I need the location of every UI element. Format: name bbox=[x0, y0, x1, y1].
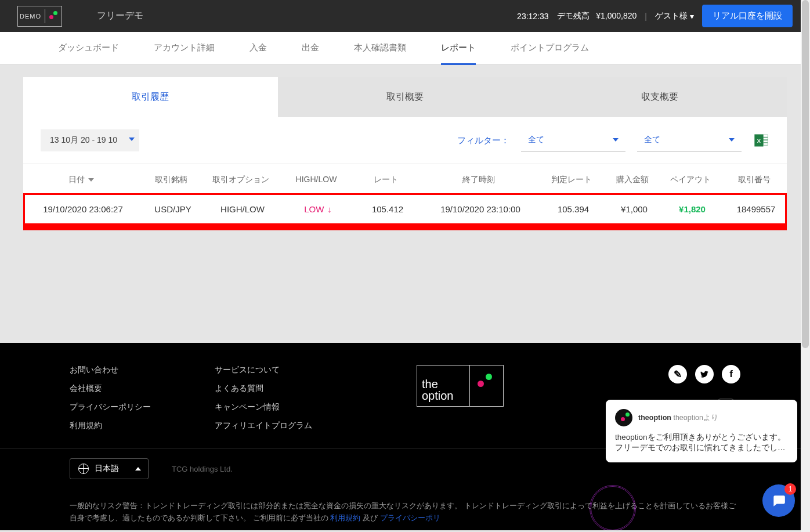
cell-stake: ¥1,000 bbox=[605, 204, 663, 214]
arrow-down-icon: ↓ bbox=[327, 204, 332, 214]
risk-disclaimer: 一般的なリスク警告：トレンドトレーディング取引には部分的または完全な資金の損失の… bbox=[0, 488, 810, 530]
chevron-up-icon bbox=[135, 467, 141, 471]
chevron-down-icon bbox=[129, 137, 135, 141]
brand-dot-green-icon bbox=[486, 374, 492, 380]
cell-payout: ¥1,820 bbox=[663, 204, 721, 214]
sort-desc-icon bbox=[88, 178, 94, 182]
cell-txid: 18499557 bbox=[721, 204, 791, 214]
chat-avatar-icon bbox=[615, 409, 632, 426]
filter-option-select[interactable]: 全て bbox=[637, 129, 742, 152]
th-option: 取引オプション bbox=[203, 175, 279, 185]
footer-link-privacy[interactable]: プライバシーポリシー bbox=[70, 402, 151, 412]
footer-link-affiliate[interactable]: アフィリエイトプログラム bbox=[215, 421, 312, 431]
chat-toast[interactable]: theoption theoptionより theoptionをご利用頂きありが… bbox=[606, 400, 797, 462]
th-close-rate: 判定レート bbox=[540, 175, 603, 185]
social-facebook-icon[interactable]: f bbox=[722, 365, 740, 383]
footer-link-faq[interactable]: よくある質問 bbox=[215, 383, 312, 394]
social-twitter-icon[interactable] bbox=[695, 365, 714, 383]
nav-deposit[interactable]: 入金 bbox=[249, 32, 267, 64]
th-date[interactable]: 日付 bbox=[23, 175, 139, 185]
brand-dots-icon bbox=[45, 9, 59, 23]
table-header-row: 日付 取引銘柄 取引オプション HIGH/LOW レート 終了時刻 判定レート … bbox=[23, 164, 787, 193]
chevron-down-icon bbox=[613, 138, 619, 142]
th-payout: ペイアウト bbox=[661, 175, 719, 185]
globe-icon bbox=[78, 464, 89, 474]
brand-logo[interactable]: DEMO bbox=[17, 6, 62, 27]
page-mode-title: フリーデモ bbox=[97, 10, 143, 22]
header-clock: 23:12:33 bbox=[517, 12, 549, 21]
nav-account-details[interactable]: アカウント詳細 bbox=[154, 32, 215, 64]
svg-rect-4 bbox=[764, 140, 768, 143]
nav-withdraw[interactable]: 出金 bbox=[302, 32, 319, 64]
filter-asset-value: 全て bbox=[528, 135, 544, 145]
user-menu-label: ゲスト様 bbox=[655, 11, 688, 21]
cell-expiry: 19/10/2020 23:10:00 bbox=[420, 204, 541, 214]
th-highlow: HIGH/LOW bbox=[279, 175, 354, 185]
tab-trade-summary[interactable]: 取引概要 bbox=[278, 77, 533, 117]
footer-link-campaign[interactable]: キャンペーン情報 bbox=[215, 402, 312, 412]
th-expiry: 終了時刻 bbox=[418, 175, 540, 185]
trade-history-table: 日付 取引銘柄 取引オプション HIGH/LOW レート 終了時刻 判定レート … bbox=[23, 164, 787, 230]
chat-message-line2: フリーデモでのお取引に慣れてきましたでし… bbox=[615, 443, 788, 453]
th-asset: 取引銘柄 bbox=[139, 175, 203, 185]
chat-from: theoption theoptionより bbox=[638, 413, 718, 423]
language-select[interactable]: 日本語 bbox=[70, 458, 149, 479]
nav-dashboard[interactable]: ダッシュボード bbox=[58, 32, 119, 64]
svg-rect-5 bbox=[764, 143, 768, 146]
tab-balance-summary[interactable]: 収支概要 bbox=[532, 77, 787, 117]
date-range-picker[interactable]: 13 10月 20 - 19 10 bbox=[41, 129, 139, 151]
th-txid: 取引番号 bbox=[719, 175, 789, 185]
chat-icon bbox=[771, 493, 786, 508]
balance-label: デモ残高 bbox=[557, 11, 590, 20]
nav-points[interactable]: ポイントプログラム bbox=[511, 32, 589, 64]
nav-report[interactable]: レポート bbox=[441, 32, 476, 64]
open-real-account-button[interactable]: リアル口座を開設 bbox=[702, 5, 793, 27]
filters-panel: 13 10月 20 - 19 10 フィルター： 全て 全て X bbox=[23, 117, 787, 164]
chevron-down-icon: ▾ bbox=[690, 12, 694, 21]
report-tabs: 取引履歴 取引概要 収支概要 bbox=[23, 77, 787, 117]
chevron-down-icon bbox=[729, 138, 735, 142]
footer-link-terms[interactable]: 利用規約 bbox=[70, 421, 151, 431]
nav-kyc[interactable]: 本人確認書類 bbox=[354, 32, 406, 64]
risk-link-terms[interactable]: 利用規約 bbox=[330, 513, 360, 522]
svg-rect-3 bbox=[764, 137, 768, 140]
filter-asset-select[interactable]: 全て bbox=[521, 129, 625, 152]
table-row[interactable]: 19/10/2020 23:06:27 USD/JPY HIGH/LOW LOW… bbox=[23, 193, 787, 230]
filter-option-value: 全て bbox=[644, 135, 660, 145]
footer-company-name: TCG holdings Ltd. bbox=[172, 465, 233, 473]
footer-link-about[interactable]: サービスについて bbox=[215, 365, 312, 375]
tab-trade-history[interactable]: 取引履歴 bbox=[23, 77, 278, 117]
language-value: 日本語 bbox=[95, 464, 119, 474]
chat-message-line1: theoptionをご利用頂きありがとうございます。 bbox=[615, 432, 788, 443]
scrollbar-thumb[interactable] bbox=[802, 0, 809, 348]
risk-link-privacy[interactable]: プライバシーポリ bbox=[380, 513, 440, 522]
cell-option: HIGH/LOW bbox=[205, 204, 280, 214]
cell-asset: USD/JPY bbox=[141, 204, 205, 214]
th-stake: 購入金額 bbox=[603, 175, 661, 185]
svg-text:X: X bbox=[757, 138, 761, 144]
filter-label: フィルター： bbox=[457, 135, 509, 146]
brand-mark-text: DEMO bbox=[20, 13, 41, 20]
cell-position: LOW ↓ bbox=[280, 204, 356, 214]
app-header: DEMO フリーデモ 23:12:33 デモ残高 ¥1,000,820 | ゲス… bbox=[0, 0, 810, 32]
chat-launcher-button[interactable]: 1 bbox=[762, 484, 795, 517]
footer-link-contact[interactable]: お問い合わせ bbox=[70, 365, 151, 375]
main-nav: ダッシュボード アカウント詳細 入金 出金 本人確認書類 レポート ポイントプロ… bbox=[0, 32, 810, 64]
chat-unread-badge: 1 bbox=[784, 483, 796, 495]
header-divider: | bbox=[645, 12, 647, 21]
export-excel-button[interactable]: X bbox=[753, 132, 769, 149]
report-page: 取引履歴 取引概要 収支概要 13 10月 20 - 19 10 フィルター： … bbox=[0, 64, 810, 343]
excel-icon: X bbox=[753, 132, 769, 149]
brand-dot-pink-icon bbox=[478, 381, 484, 387]
window-scrollbar[interactable] bbox=[801, 0, 810, 530]
th-rate: レート bbox=[354, 175, 418, 185]
cell-rate: 105.412 bbox=[356, 204, 420, 214]
cell-close-rate: 105.394 bbox=[541, 204, 605, 214]
social-blog-icon[interactable]: ✎ bbox=[668, 365, 687, 383]
footer-link-company[interactable]: 会社概要 bbox=[70, 383, 151, 394]
balance-value: ¥1,000,820 bbox=[596, 11, 637, 20]
date-range-value: 13 10月 20 - 19 10 bbox=[50, 135, 117, 144]
user-menu[interactable]: ゲスト様 ▾ bbox=[655, 11, 694, 21]
svg-rect-2 bbox=[764, 135, 768, 137]
footer-brand-logo: the option bbox=[417, 365, 504, 407]
